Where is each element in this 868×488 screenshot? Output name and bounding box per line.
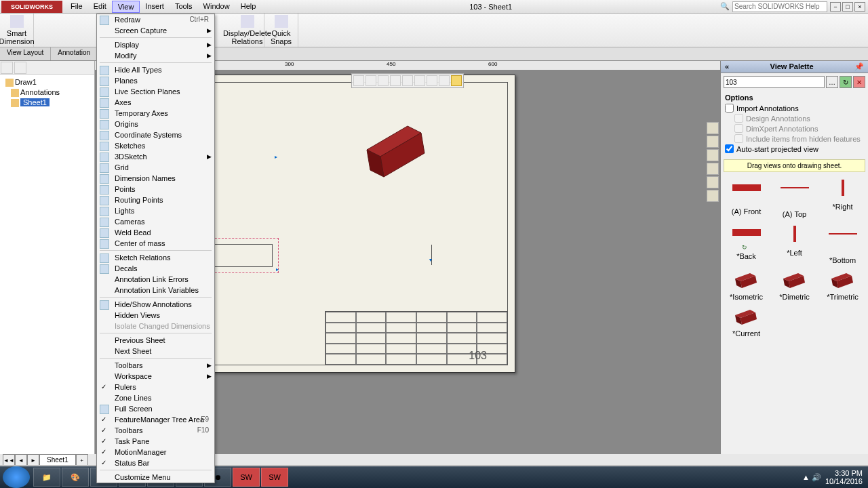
task-sw1[interactable]: SW [233, 468, 260, 487]
part-select[interactable] [724, 76, 825, 88]
menu-help[interactable]: Help [235, 1, 262, 13]
menu-tools[interactable]: Tools [170, 1, 198, 13]
menu-item-origins[interactable]: Origins [97, 119, 214, 129]
menu-item-customize-menu[interactable]: Customize Menu [97, 472, 214, 483]
menu-item-next-sheet[interactable]: Next Sheet [97, 346, 214, 357]
menu-insert[interactable]: Insert [140, 1, 170, 13]
view-thumb-bottom[interactable]: *Bottom [820, 224, 865, 264]
checkbox-input[interactable] [725, 104, 734, 113]
menu-item-temporary-axes[interactable]: Temporary Axes [97, 108, 214, 119]
menu-item-hidden-views[interactable]: Hidden Views [97, 310, 214, 321]
menu-item-sketches[interactable]: Sketches [97, 140, 214, 151]
task-tab-5[interactable] [707, 176, 719, 188]
isometric-view[interactable] [360, 123, 435, 184]
view-orient-button[interactable] [402, 75, 413, 86]
menu-file[interactable]: File [65, 1, 88, 13]
menu-item-lights[interactable]: Lights [97, 205, 214, 216]
task-tab-4[interactable] [707, 163, 719, 175]
menu-item-rulers[interactable]: ✓Rulers [97, 382, 214, 392]
maximize-button[interactable]: □ [842, 2, 853, 12]
menu-item-decals[interactable]: Decals [97, 263, 214, 274]
menu-item-sketch-relations[interactable]: Sketch Relations [97, 252, 214, 263]
view-thumb-current[interactable]: *Current [724, 306, 769, 338]
menu-item-coordinate-systems[interactable]: Coordinate Systems [97, 129, 214, 140]
menu-item-annotation-link-variables[interactable]: Annotation Link Variables [97, 285, 214, 296]
minimize-button[interactable]: − [830, 2, 841, 12]
menu-item-planes[interactable]: Planes [97, 75, 214, 86]
menu-item-previous-sheet[interactable]: Previous Sheet [97, 335, 214, 346]
menu-item-routing-points[interactable]: Routing Points [97, 195, 214, 205]
view-thumb-trimetric[interactable]: *Trimetric [820, 270, 865, 301]
menu-item-cameras[interactable]: Cameras [97, 216, 214, 227]
zoom-fit-button[interactable] [353, 75, 364, 86]
menu-item-hide-show-annotations[interactable]: Hide/Show Annotations [97, 299, 214, 310]
cancel-button[interactable]: ✕ [853, 76, 865, 88]
menu-item-task-pane[interactable]: ✓Task Pane [97, 436, 214, 447]
prev-view-button[interactable] [378, 75, 389, 86]
menu-item-workspace[interactable]: Workspace▶ [97, 371, 214, 382]
help-search-input[interactable] [732, 1, 827, 12]
hide-show-button[interactable] [427, 75, 437, 86]
section-view-button[interactable] [390, 75, 401, 86]
view-thumb-back[interactable]: ↻*Back [724, 224, 769, 264]
view-thumb-dimetric[interactable]: *Dimetric [772, 270, 817, 301]
menu-item-3dsketch[interactable]: 3DSketch▶ [97, 151, 214, 162]
tree-tab-1[interactable] [1, 62, 13, 74]
menu-item-status-bar[interactable]: ✓Status Bar [97, 458, 214, 468]
task-explorer[interactable]: 📁 [33, 468, 60, 487]
refresh-button[interactable]: ↻ [840, 76, 852, 88]
tree-root[interactable]: Draw1 [3, 77, 92, 87]
display-style-button[interactable] [414, 75, 425, 86]
tree-tab-2[interactable] [14, 62, 26, 74]
edit-appearance-button[interactable] [439, 75, 450, 86]
menu-item-screen-capture[interactable]: Screen Capture▶ [97, 25, 214, 36]
menu-item-points[interactable]: Points [97, 184, 214, 195]
view-thumb-left[interactable]: *Left [772, 224, 817, 264]
auto-start-checkbox[interactable]: Auto-start projected view [725, 144, 864, 154]
task-tab-1[interactable] [707, 122, 719, 134]
view-thumb-isometric[interactable]: *Isometric [724, 270, 769, 301]
menu-item-display[interactable]: Display▶ [97, 39, 214, 50]
view-thumb-afront[interactable]: (A) Front [724, 178, 769, 218]
menu-item-toolbars[interactable]: ✓ToolbarsF10 [97, 425, 214, 436]
menu-item-hide-all-types[interactable]: Hide All Types [97, 64, 214, 75]
menu-item-modify[interactable]: Modify▶ [97, 50, 214, 61]
browse-button[interactable]: … [826, 76, 838, 88]
menu-item-redraw[interactable]: RedrawCtrl+R [97, 14, 214, 25]
start-button[interactable] [3, 466, 30, 488]
close-button[interactable]: × [854, 2, 865, 12]
menu-item-zone-lines[interactable]: Zone Lines [97, 392, 214, 403]
task-tab-3[interactable] [707, 149, 719, 161]
display-relations-button[interactable]: Display/Delete Relations [231, 14, 264, 47]
task-tab-6[interactable] [707, 190, 719, 202]
tree-sheet1[interactable]: Sheet1 [3, 98, 92, 108]
import-annotations-checkbox[interactable]: Import Annotations [725, 103, 864, 113]
menu-item-toolbars[interactable]: Toolbars▶ [97, 360, 214, 371]
menu-item-grid[interactable]: Grid [97, 162, 214, 173]
apply-scene-button[interactable] [451, 75, 462, 86]
tree-annotations[interactable]: Annotations [3, 87, 92, 98]
menu-item-weld-bead[interactable]: Weld Bead [97, 227, 214, 238]
tab-annotation[interactable]: Annotation [51, 47, 98, 60]
task-sw2[interactable]: SW [261, 468, 288, 487]
menu-window[interactable]: Window [198, 1, 235, 13]
task-paint[interactable]: 🎨 [62, 468, 89, 487]
pin-icon[interactable]: 📌 [854, 62, 864, 71]
menu-item-axes[interactable]: Axes [97, 97, 214, 108]
menu-item-dimension-names[interactable]: Dimension Names [97, 173, 214, 184]
quick-snaps-button[interactable]: Quick Snaps [264, 14, 298, 47]
smart-dimension-button[interactable]: Smart Dimension [0, 14, 34, 47]
task-tab-2[interactable] [707, 136, 719, 148]
tab-view-layout[interactable]: View Layout [0, 47, 51, 60]
menu-view[interactable]: View [112, 1, 140, 13]
menu-item-full-screen[interactable]: Full Screen [97, 403, 214, 414]
menu-item-live-section-planes[interactable]: Live Section Planes [97, 86, 214, 97]
menu-item-motionmanager[interactable]: ✓MotionManager [97, 447, 214, 458]
menu-item-annotation-link-errors[interactable]: Annotation Link Errors [97, 274, 214, 285]
menu-item-featuremanager-tree-area[interactable]: ✓FeatureManager Tree AreaF9 [97, 414, 214, 425]
view-thumb-right[interactable]: *Right [820, 178, 865, 218]
menu-item-center-of-mass[interactable]: Center of mass [97, 238, 214, 249]
tray-icons[interactable]: ▲ 🔊 [802, 473, 821, 482]
menu-edit[interactable]: Edit [88, 1, 112, 13]
zoom-area-button[interactable] [366, 75, 376, 86]
